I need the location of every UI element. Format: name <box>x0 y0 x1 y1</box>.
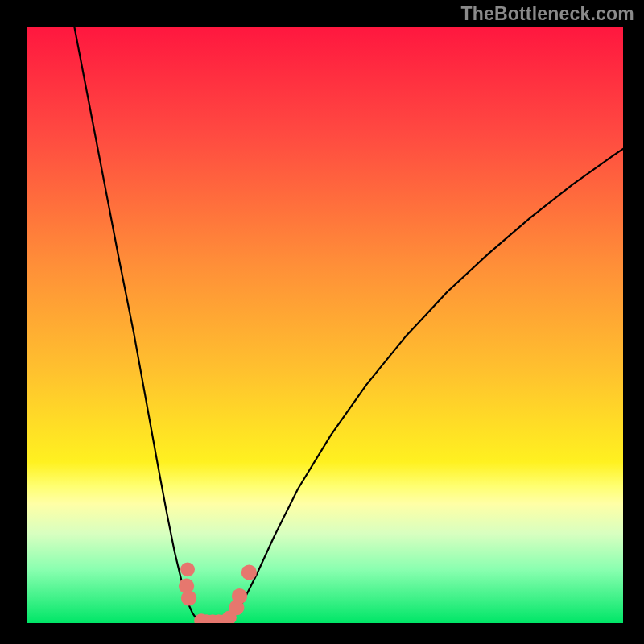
marker-dot <box>242 564 257 580</box>
gradient-background <box>27 27 623 623</box>
plot-area <box>27 27 623 623</box>
marker-dot <box>181 590 196 605</box>
chart-svg <box>27 27 623 623</box>
chart-frame: TheBottleneck.com <box>0 0 644 644</box>
marker-dot <box>232 588 247 604</box>
marker-dot <box>180 562 195 576</box>
watermark-text: TheBottleneck.com <box>460 3 634 25</box>
